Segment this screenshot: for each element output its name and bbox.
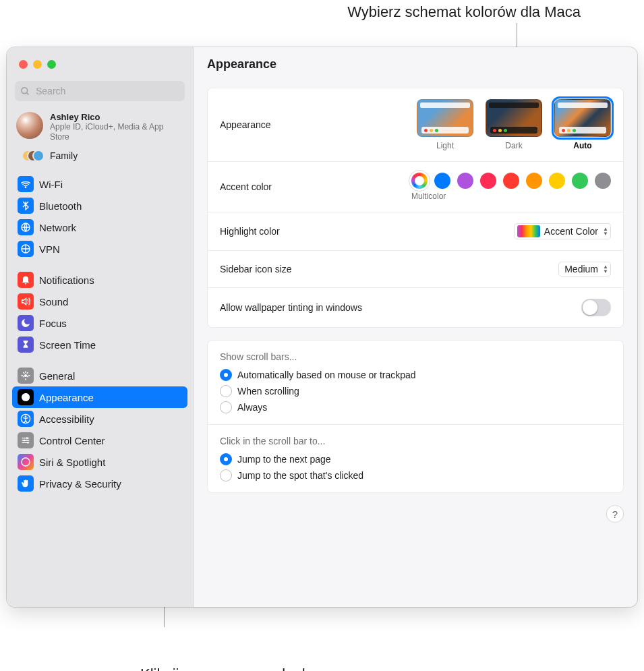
accent-sublabel: Multicolor [411,192,446,201]
tinting-toggle[interactable] [581,299,611,316]
avatar [16,112,43,139]
search-icon [20,86,30,96]
zoom-icon[interactable] [47,60,56,69]
hourglass-icon [18,337,34,353]
user-sub: Apple ID, iCloud+, Media & App Store [50,122,183,142]
row-highlight: Highlight color Accent Color ▲▼ [208,212,623,251]
sidebar-item-label: Notifications [39,274,94,286]
scrollbar-option-1[interactable]: When scrolling [220,385,416,397]
sidebar-item-general[interactable]: General [12,365,187,386]
accent-swatch-6[interactable] [549,173,565,189]
sidebar-item-label: Siri & Spotlight [39,457,105,468]
help-row: ? [207,505,624,523]
row-scrollbars: Show scroll bars... Automatically based … [208,341,623,425]
svg-point-8 [26,437,28,439]
sidebar-item-control-center[interactable]: Control Center [12,430,187,451]
moon-icon [18,315,34,331]
chevron-updown-icon: ▲▼ [603,227,608,236]
radio-icon [220,401,232,413]
hand-icon [18,475,34,492]
highlight-gradient-icon [517,225,540,237]
minimize-icon[interactable] [33,60,42,69]
sidebar-item-focus[interactable]: Focus [12,312,187,334]
chevron-updown-icon: ▲▼ [603,264,608,274]
theme-dark[interactable]: Dark [486,99,542,150]
wifi-icon [18,176,34,192]
sidebar-item-label: Sound [39,296,68,308]
accent-swatch-1[interactable] [434,173,450,189]
click-scrollbar-option-1[interactable]: Jump to the spot that's clicked [220,469,363,482]
window-controls [7,47,193,81]
click-scrollbar-option-0[interactable]: Jump to the next page [220,453,363,465]
accent-swatch-4[interactable] [503,173,519,189]
sidebar-size-label: Sidebar icon size [220,264,292,274]
sidebar-item-label: Accessibility [39,413,94,425]
row-tinting: Allow wallpaper tinting in windows [208,288,623,327]
radio-label: Automatically based on mouse or trackpad [237,370,416,380]
svg-point-0 [22,87,28,93]
accent-swatch-7[interactable] [572,173,588,189]
radio-label: When scrolling [237,386,299,397]
siri-icon [18,454,34,470]
sidebar-item-label: Bluetooth [39,200,82,212]
sidebar-item-wi-fi[interactable]: Wi-Fi [12,173,187,195]
row-appearance: Appearance LightDarkAuto [208,88,623,162]
scrollbar-option-0[interactable]: Automatically based on mouse or trackpad [220,369,416,381]
sidebar-item-label: Focus [39,318,67,329]
svg-line-1 [26,92,28,94]
sidebar-item-accessibility[interactable]: Accessibility [12,408,187,430]
sidebar-size-select[interactable]: Medium ▲▼ [558,262,611,276]
help-button[interactable]: ? [606,505,624,523]
scrolling-panel: Show scroll bars... Automatically based … [207,340,624,493]
scroll-header: Show scroll bars... [220,351,297,362]
system-settings-window: Ashley Rico Apple ID, iCloud+, Media & A… [7,47,637,607]
highlight-select[interactable]: Accent Color ▲▼ [514,223,611,239]
callout-bottom: Kliknij w rzecz na pasku bocznym, aby zm… [140,627,365,671]
row-click-scrollbar: Click in the scroll bar to... Jump to th… [208,425,623,492]
sidebar-item-label: Appearance [39,392,94,403]
theme-light[interactable]: Light [417,99,473,150]
row-accent: Accent color Multicolor [208,162,623,212]
accent-label: Accent color [220,181,272,192]
theme-label: Light [436,141,454,150]
sidebar-item-label: General [39,370,75,382]
sidebar-item-appearance[interactable]: Appearance [12,386,187,408]
search-field[interactable] [15,81,185,101]
close-icon[interactable] [19,60,28,69]
accent-swatch-2[interactable] [457,173,473,189]
click-header: Click in the scroll bar to... [220,436,325,446]
accent-swatch-0[interactable] [411,173,428,189]
sidebar-item-privacy-security[interactable]: Privacy & Security [12,473,187,494]
network-icon [18,219,34,235]
sidebar-user[interactable]: Ashley Rico Apple ID, iCloud+, Media & A… [7,105,193,145]
svg-point-10 [27,442,29,444]
user-name: Ashley Rico [50,112,183,122]
globe-icon [18,241,34,257]
theme-auto[interactable]: Auto [554,99,611,150]
sidebar-item-vpn[interactable]: VPN [12,238,187,260]
accent-swatch-8[interactable] [595,173,611,189]
sidebar-item-siri-spotlight[interactable]: Siri & Spotlight [12,451,187,473]
sidebar-item-label: Control Center [39,435,105,446]
sidebar-item-screen-time[interactable]: Screen Time [12,334,187,355]
scrollbar-option-2[interactable]: Always [220,401,416,413]
callout-top: Wybierz schemat kolorów dla Maca [347,3,581,22]
sidebar-family[interactable]: Family [7,145,193,169]
radio-label: Always [237,402,267,413]
search-input[interactable] [34,85,179,97]
appearance-panel: Appearance LightDarkAuto Accent color Mu… [207,88,624,328]
highlight-label: Highlight color [220,226,280,237]
appearance-icon [18,389,34,405]
sidebar-item-bluetooth[interactable]: Bluetooth [12,195,187,216]
family-label: Family [50,150,78,161]
row-sidebar-size: Sidebar icon size Medium ▲▼ [208,251,623,288]
sidebar-item-notifications[interactable]: Notifications [12,269,187,291]
sidebar-item-sound[interactable]: Sound [12,291,187,312]
sidebar-item-label: Network [39,222,76,233]
svg-point-4 [24,374,27,377]
sidebar-item-network[interactable]: Network [12,216,187,238]
accent-swatch-3[interactable] [480,173,496,189]
main-pane: Appearance Appearance LightDarkAuto Acce… [194,47,637,607]
accent-swatch-5[interactable] [526,173,542,189]
svg-point-11 [22,458,30,466]
